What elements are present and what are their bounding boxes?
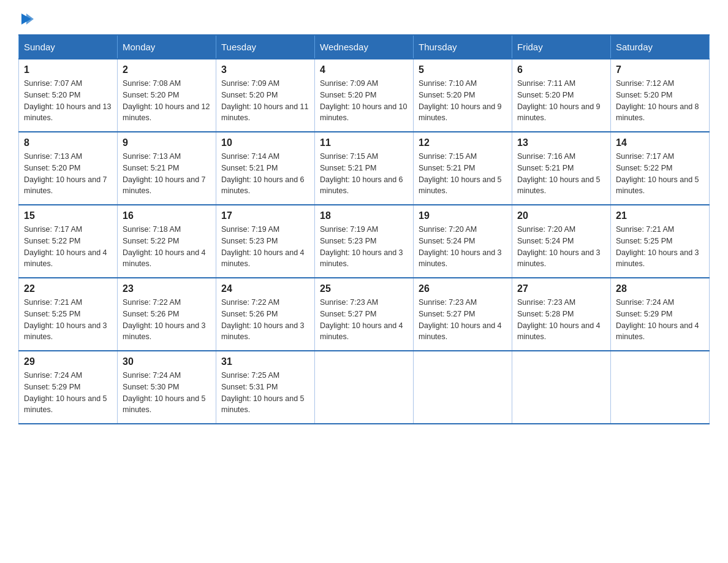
day-number: 23 bbox=[123, 283, 211, 294]
day-number: 31 bbox=[221, 356, 309, 367]
day-number: 26 bbox=[419, 283, 507, 294]
day-number: 3 bbox=[221, 64, 309, 75]
logo-arrow-icon bbox=[20, 12, 34, 26]
day-number: 4 bbox=[320, 64, 408, 75]
calendar-header-wednesday: Wednesday bbox=[315, 35, 414, 59]
svg-marker-1 bbox=[26, 13, 34, 25]
calendar-day-cell: 2Sunrise: 7:08 AMSunset: 5:20 PMDaylight… bbox=[118, 59, 216, 132]
day-number: 21 bbox=[616, 210, 704, 221]
day-info: Sunrise: 7:08 AMSunset: 5:20 PMDaylight:… bbox=[123, 78, 211, 124]
day-number: 5 bbox=[419, 64, 507, 75]
calendar-day-cell: 19Sunrise: 7:20 AMSunset: 5:24 PMDayligh… bbox=[414, 205, 512, 278]
day-info: Sunrise: 7:14 AMSunset: 5:21 PMDaylight:… bbox=[221, 151, 309, 197]
day-info: Sunrise: 7:21 AMSunset: 5:25 PMDaylight:… bbox=[616, 224, 704, 270]
calendar-day-cell: 27Sunrise: 7:23 AMSunset: 5:28 PMDayligh… bbox=[512, 278, 611, 351]
day-number: 13 bbox=[517, 137, 605, 148]
calendar-week-row: 8Sunrise: 7:13 AMSunset: 5:20 PMDaylight… bbox=[19, 132, 710, 205]
calendar-header-thursday: Thursday bbox=[414, 35, 512, 59]
empty-cell bbox=[512, 351, 611, 424]
day-number: 28 bbox=[616, 283, 704, 294]
day-info: Sunrise: 7:23 AMSunset: 5:27 PMDaylight:… bbox=[419, 297, 507, 343]
calendar-day-cell: 20Sunrise: 7:20 AMSunset: 5:24 PMDayligh… bbox=[512, 205, 611, 278]
calendar-day-cell: 14Sunrise: 7:17 AMSunset: 5:22 PMDayligh… bbox=[611, 132, 710, 205]
day-info: Sunrise: 7:17 AMSunset: 5:22 PMDaylight:… bbox=[24, 224, 112, 270]
calendar-header-friday: Friday bbox=[512, 35, 611, 59]
calendar-table: SundayMondayTuesdayWednesdayThursdayFrid… bbox=[18, 34, 710, 424]
calendar-day-cell: 8Sunrise: 7:13 AMSunset: 5:20 PMDaylight… bbox=[19, 132, 118, 205]
day-info: Sunrise: 7:19 AMSunset: 5:23 PMDaylight:… bbox=[320, 224, 408, 270]
day-number: 19 bbox=[419, 210, 507, 221]
page-header bbox=[18, 12, 710, 28]
calendar-day-cell: 26Sunrise: 7:23 AMSunset: 5:27 PMDayligh… bbox=[414, 278, 512, 351]
calendar-week-row: 1Sunrise: 7:07 AMSunset: 5:20 PMDaylight… bbox=[19, 59, 710, 132]
calendar-day-cell: 28Sunrise: 7:24 AMSunset: 5:29 PMDayligh… bbox=[611, 278, 710, 351]
day-number: 15 bbox=[24, 210, 112, 221]
day-info: Sunrise: 7:20 AMSunset: 5:24 PMDaylight:… bbox=[419, 224, 507, 270]
day-number: 17 bbox=[221, 210, 309, 221]
day-info: Sunrise: 7:23 AMSunset: 5:27 PMDaylight:… bbox=[320, 297, 408, 343]
day-number: 25 bbox=[320, 283, 408, 294]
day-info: Sunrise: 7:21 AMSunset: 5:25 PMDaylight:… bbox=[24, 297, 112, 343]
day-number: 7 bbox=[616, 64, 704, 75]
day-info: Sunrise: 7:25 AMSunset: 5:31 PMDaylight:… bbox=[221, 370, 309, 416]
empty-cell bbox=[611, 351, 710, 424]
day-info: Sunrise: 7:09 AMSunset: 5:20 PMDaylight:… bbox=[320, 78, 408, 124]
day-number: 8 bbox=[24, 137, 112, 148]
day-info: Sunrise: 7:13 AMSunset: 5:20 PMDaylight:… bbox=[24, 151, 112, 197]
calendar-day-cell: 5Sunrise: 7:10 AMSunset: 5:20 PMDaylight… bbox=[414, 59, 512, 132]
day-number: 16 bbox=[123, 210, 211, 221]
calendar-day-cell: 25Sunrise: 7:23 AMSunset: 5:27 PMDayligh… bbox=[315, 278, 414, 351]
calendar-day-cell: 24Sunrise: 7:22 AMSunset: 5:26 PMDayligh… bbox=[216, 278, 315, 351]
calendar-day-cell: 12Sunrise: 7:15 AMSunset: 5:21 PMDayligh… bbox=[414, 132, 512, 205]
day-number: 22 bbox=[24, 283, 112, 294]
calendar-day-cell: 9Sunrise: 7:13 AMSunset: 5:21 PMDaylight… bbox=[118, 132, 216, 205]
day-number: 9 bbox=[123, 137, 211, 148]
day-number: 1 bbox=[24, 64, 112, 75]
calendar-day-cell: 6Sunrise: 7:11 AMSunset: 5:20 PMDaylight… bbox=[512, 59, 611, 132]
calendar-day-cell: 15Sunrise: 7:17 AMSunset: 5:22 PMDayligh… bbox=[19, 205, 118, 278]
day-info: Sunrise: 7:10 AMSunset: 5:20 PMDaylight:… bbox=[419, 78, 507, 124]
calendar-day-cell: 13Sunrise: 7:16 AMSunset: 5:21 PMDayligh… bbox=[512, 132, 611, 205]
calendar-header-sunday: Sunday bbox=[19, 35, 118, 59]
day-info: Sunrise: 7:24 AMSunset: 5:29 PMDaylight:… bbox=[24, 370, 112, 416]
day-info: Sunrise: 7:19 AMSunset: 5:23 PMDaylight:… bbox=[221, 224, 309, 270]
day-info: Sunrise: 7:15 AMSunset: 5:21 PMDaylight:… bbox=[419, 151, 507, 197]
day-number: 2 bbox=[123, 64, 211, 75]
day-info: Sunrise: 7:11 AMSunset: 5:20 PMDaylight:… bbox=[517, 78, 605, 124]
day-info: Sunrise: 7:18 AMSunset: 5:22 PMDaylight:… bbox=[123, 224, 211, 270]
day-info: Sunrise: 7:24 AMSunset: 5:30 PMDaylight:… bbox=[123, 370, 211, 416]
calendar-day-cell: 30Sunrise: 7:24 AMSunset: 5:30 PMDayligh… bbox=[118, 351, 216, 424]
calendar-week-row: 29Sunrise: 7:24 AMSunset: 5:29 PMDayligh… bbox=[19, 351, 710, 424]
day-info: Sunrise: 7:07 AMSunset: 5:20 PMDaylight:… bbox=[24, 78, 112, 124]
day-number: 6 bbox=[517, 64, 605, 75]
calendar-day-cell: 4Sunrise: 7:09 AMSunset: 5:20 PMDaylight… bbox=[315, 59, 414, 132]
day-number: 30 bbox=[123, 356, 211, 367]
empty-cell bbox=[414, 351, 512, 424]
calendar-day-cell: 23Sunrise: 7:22 AMSunset: 5:26 PMDayligh… bbox=[118, 278, 216, 351]
day-info: Sunrise: 7:23 AMSunset: 5:28 PMDaylight:… bbox=[517, 297, 605, 343]
calendar-header-monday: Monday bbox=[118, 35, 216, 59]
calendar-week-row: 15Sunrise: 7:17 AMSunset: 5:22 PMDayligh… bbox=[19, 205, 710, 278]
day-info: Sunrise: 7:15 AMSunset: 5:21 PMDaylight:… bbox=[320, 151, 408, 197]
calendar-day-cell: 11Sunrise: 7:15 AMSunset: 5:21 PMDayligh… bbox=[315, 132, 414, 205]
day-info: Sunrise: 7:09 AMSunset: 5:20 PMDaylight:… bbox=[221, 78, 309, 124]
day-number: 24 bbox=[221, 283, 309, 294]
calendar-day-cell: 29Sunrise: 7:24 AMSunset: 5:29 PMDayligh… bbox=[19, 351, 118, 424]
calendar-day-cell: 16Sunrise: 7:18 AMSunset: 5:22 PMDayligh… bbox=[118, 205, 216, 278]
calendar-day-cell: 22Sunrise: 7:21 AMSunset: 5:25 PMDayligh… bbox=[19, 278, 118, 351]
calendar-day-cell: 7Sunrise: 7:12 AMSunset: 5:20 PMDaylight… bbox=[611, 59, 710, 132]
calendar-header-tuesday: Tuesday bbox=[216, 35, 315, 59]
day-info: Sunrise: 7:13 AMSunset: 5:21 PMDaylight:… bbox=[123, 151, 211, 197]
day-info: Sunrise: 7:16 AMSunset: 5:21 PMDaylight:… bbox=[517, 151, 605, 197]
day-number: 20 bbox=[517, 210, 605, 221]
day-info: Sunrise: 7:17 AMSunset: 5:22 PMDaylight:… bbox=[616, 151, 704, 197]
day-number: 18 bbox=[320, 210, 408, 221]
logo bbox=[18, 12, 34, 28]
day-number: 14 bbox=[616, 137, 704, 148]
day-info: Sunrise: 7:24 AMSunset: 5:29 PMDaylight:… bbox=[616, 297, 704, 343]
calendar-header-row: SundayMondayTuesdayWednesdayThursdayFrid… bbox=[19, 35, 710, 59]
calendar-day-cell: 18Sunrise: 7:19 AMSunset: 5:23 PMDayligh… bbox=[315, 205, 414, 278]
day-info: Sunrise: 7:12 AMSunset: 5:20 PMDaylight:… bbox=[616, 78, 704, 124]
calendar-day-cell: 10Sunrise: 7:14 AMSunset: 5:21 PMDayligh… bbox=[216, 132, 315, 205]
day-info: Sunrise: 7:20 AMSunset: 5:24 PMDaylight:… bbox=[517, 224, 605, 270]
